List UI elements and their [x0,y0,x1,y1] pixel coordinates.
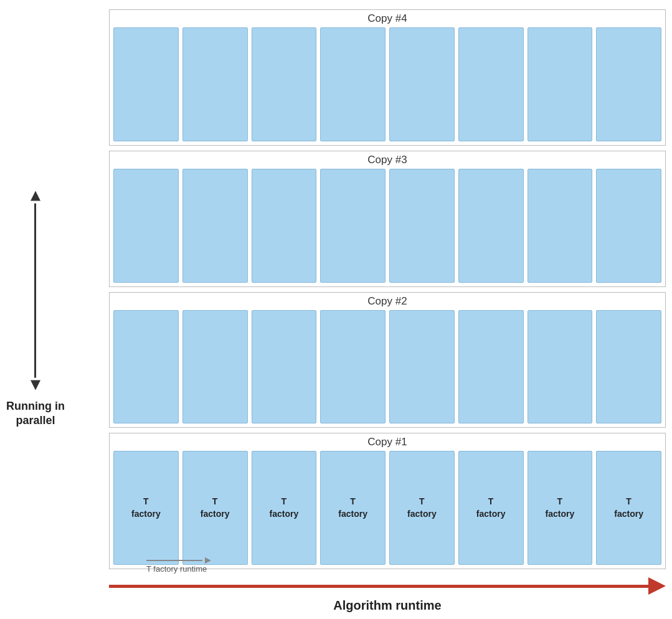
copy-row-1: Copy #1 T factory T factory T factory T … [109,433,666,569]
block-factory-label: factory [476,508,506,521]
block-factory-label: factory [201,508,230,521]
factory-block [182,310,248,424]
factory-block [596,169,661,283]
factory-block [458,310,524,424]
block-factory-label: factory [546,508,575,521]
copy-4-title: Copy #4 [113,12,661,25]
factory-block-labeled: T factory [389,451,455,565]
t-runtime-line [146,560,202,561]
factory-block [320,27,386,141]
block-factory-label: factory [407,508,437,521]
copy-row-4: Copy #4 [109,9,666,146]
factory-block [458,27,524,141]
block-t-label: T [626,496,632,508]
factory-block [596,27,661,141]
factory-block [252,310,317,424]
block-factory-label: factory [131,508,161,521]
factory-block-labeled: T factory [113,451,179,565]
algo-runtime-line [109,585,648,588]
block-t-label: T [212,496,218,508]
factory-block [528,27,593,141]
factory-block [458,169,524,283]
bottom-area: T factory runtime Algorithm runtime [109,557,666,613]
arrow-down-head [31,380,40,390]
block-t-label: T [419,496,425,508]
copy-3-title: Copy #3 [113,154,661,166]
factory-block-labeled: T factory [320,451,386,565]
block-t-label: T [350,496,356,508]
block-t-label: T [282,496,287,508]
block-t-label: T [143,496,149,508]
factory-block [113,310,179,424]
t-factory-runtime: T factory runtime [146,557,666,574]
main-content: Copy #4 Copy #3 [109,9,666,569]
factory-block [113,27,179,141]
algo-runtime-row [109,577,666,595]
arrow-vertical-line [34,204,36,378]
copy-1-title: Copy #1 [113,436,661,448]
copy-row-2: Copy #2 [109,292,666,428]
arrow-up-head [31,191,40,201]
block-t-label: T [488,496,494,508]
factory-block [320,310,386,424]
copy-2-title: Copy #2 [113,295,661,308]
copy-3-blocks [113,169,661,283]
factory-block [113,169,179,283]
factory-block [596,310,661,424]
factory-block-labeled: T factory [252,451,317,565]
copy-2-blocks [113,310,661,424]
t-runtime-label: T factory runtime [146,564,207,574]
factory-block [182,169,248,283]
block-factory-label: factory [338,508,367,521]
factory-block [252,169,317,283]
algo-runtime-label: Algorithm runtime [109,598,666,613]
factory-block-labeled: T factory [528,451,593,565]
block-factory-label: factory [614,508,643,521]
factory-block-labeled: T factory [458,451,524,565]
factory-block [528,310,593,424]
copy-4-blocks [113,27,661,141]
parallel-text: Running in parallel [6,399,65,428]
parallel-arrow [31,191,40,390]
factory-block [389,27,455,141]
diagram-container: Running in parallel Copy #4 Copy #3 [0,0,672,619]
factory-block [252,27,317,141]
factory-block [182,27,248,141]
t-runtime-arrow-row [146,557,211,564]
factory-block [320,169,386,283]
factory-block [389,310,455,424]
factory-block-labeled: T factory [596,451,661,565]
t-runtime-arrowhead [205,557,211,564]
block-factory-label: factory [270,508,299,521]
factory-block [528,169,593,283]
factory-block [389,169,455,283]
factory-block-labeled: T factory [182,451,248,565]
copy-1-blocks: T factory T factory T factory T factory … [113,451,661,565]
copy-row-3: Copy #3 [109,151,666,287]
block-t-label: T [557,496,563,508]
parallel-label: Running in parallel [6,191,65,428]
algo-runtime-arrowhead [648,577,666,595]
